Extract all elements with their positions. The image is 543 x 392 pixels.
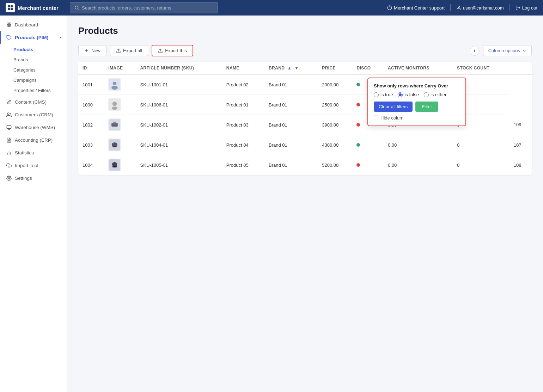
- info-button[interactable]: i: [470, 46, 480, 56]
- svg-point-34: [112, 102, 117, 106]
- export-this-button[interactable]: Export this: [152, 45, 193, 56]
- filter-radio-false[interactable]: [398, 92, 403, 97]
- cell-image: [104, 155, 136, 175]
- table-row[interactable]: 1004 SKU-1005-01 Product 05: [78, 155, 532, 175]
- sidebar-sub-menu: Products Brands Categories Campaigns Pro…: [0, 44, 67, 96]
- column-options-button[interactable]: Column options: [483, 45, 532, 56]
- sort-asc-icon: ▲: [287, 66, 292, 71]
- sidebar-item-settings[interactable]: Settings: [0, 172, 67, 184]
- filter-actions: Clear all filters Filter: [374, 102, 460, 112]
- svg-point-15: [7, 112, 9, 114]
- cell-image: [104, 115, 136, 135]
- filter-popup-title: Show only rows where Carry Over: [374, 83, 460, 88]
- brand-icon: [6, 3, 15, 12]
- cell-brand: Brand 01: [264, 74, 318, 95]
- sidebar-sub-item-campaigns[interactable]: Campaigns: [0, 75, 67, 85]
- sidebar-sub-item-brands[interactable]: Brands: [0, 55, 67, 65]
- cell-id: 1003: [78, 135, 104, 155]
- col-price: PRICE: [318, 62, 352, 74]
- sidebar-item-warehouse-wms[interactable]: Warehouse (WMS): [0, 121, 67, 134]
- status-dot-red: [356, 103, 360, 106]
- cell-id: 1001: [78, 74, 104, 95]
- cell-price: 5200,00: [318, 155, 352, 175]
- product-image: [108, 159, 121, 171]
- filter-button-label: Filter: [422, 104, 432, 109]
- svg-point-25: [8, 177, 10, 179]
- sidebar-sub-item-products[interactable]: Products: [0, 44, 67, 55]
- col-stock-count: STOCK COUNT: [453, 62, 510, 74]
- search-input[interactable]: [82, 5, 213, 11]
- sidebar-label-content: Content (CMS): [15, 99, 47, 105]
- brand-logo[interactable]: Merchant center: [6, 3, 66, 12]
- sidebar-label-statistics: Statistics: [15, 150, 34, 155]
- cell-image: [104, 74, 136, 95]
- user-account[interactable]: user@carismar.com: [456, 5, 504, 11]
- svg-point-31: [113, 82, 117, 85]
- sidebar-item-import-tool[interactable]: Import Tool: [0, 159, 67, 172]
- svg-rect-2: [8, 8, 10, 10]
- cell-id: 1002: [78, 115, 104, 135]
- sidebar-item-customers-crm[interactable]: Customers (CRM): [0, 108, 67, 121]
- export-all-button[interactable]: Export all: [110, 45, 148, 56]
- topnav-right: Merchant Center support user@carismar.co…: [387, 4, 537, 11]
- support-link[interactable]: Merchant Center support: [387, 5, 445, 11]
- new-button[interactable]: New: [78, 45, 106, 56]
- col-active-monitors: ACTIVE MONITORS: [384, 62, 453, 74]
- cell-stock-count: 109: [510, 115, 532, 135]
- cell-price: 2000,00: [318, 74, 352, 95]
- filter-option-either-label: is either: [431, 92, 447, 97]
- col-name: NAME: [222, 62, 264, 74]
- sidebar-item-products-pim[interactable]: Products (PIM) ›: [0, 31, 67, 44]
- warehouse-icon: [6, 124, 12, 130]
- cell-brand: Brand 01: [264, 155, 318, 175]
- svg-rect-44: [112, 166, 117, 167]
- brand-name: Merchant center: [18, 5, 59, 11]
- logout-label: Log out: [522, 5, 537, 11]
- product-image: [108, 98, 121, 111]
- svg-rect-12: [9, 25, 11, 26]
- sidebar-sub-item-properties[interactable]: Properties / Filters: [0, 85, 67, 96]
- hide-column-checkbox-label[interactable]: Hide colum: [374, 115, 460, 121]
- clear-filters-label: Clear all filters: [379, 104, 408, 109]
- col-id: ID: [78, 62, 104, 74]
- filter-button[interactable]: Filter: [415, 102, 438, 112]
- chevron-right-icon: ›: [60, 35, 61, 39]
- sidebar-item-dashboard[interactable]: Dashboard: [0, 18, 67, 31]
- cell-id: 1004: [78, 155, 104, 175]
- import-icon: [6, 162, 12, 169]
- product-image: [108, 118, 121, 131]
- table-row[interactable]: 1003 SKU-1004-01 Product 04: [78, 135, 532, 155]
- app-body: Dashboard Products (PIM) › Products Bran…: [0, 16, 543, 392]
- svg-rect-0: [8, 5, 10, 7]
- sidebar-label-customers: Customers (CRM): [15, 112, 53, 117]
- sidebar-item-statistics[interactable]: Statistics: [0, 146, 67, 159]
- users-icon: [6, 111, 12, 118]
- filter-option-false[interactable]: is false: [398, 92, 419, 97]
- filter-radio-either[interactable]: [424, 92, 429, 97]
- logout-button[interactable]: Log out: [515, 5, 537, 11]
- filter-icon[interactable]: ▼: [294, 66, 299, 71]
- sidebar: Dashboard Products (PIM) › Products Bran…: [0, 16, 67, 392]
- col-brand[interactable]: BRAND ▲ ▼: [264, 62, 318, 74]
- tag-icon: [6, 34, 12, 41]
- hide-column-checkbox[interactable]: [374, 116, 378, 120]
- filter-option-true[interactable]: is true: [374, 92, 393, 97]
- svg-rect-41: [113, 146, 117, 148]
- svg-point-32: [111, 86, 118, 90]
- sidebar-item-content-cms[interactable]: Content (CMS): [0, 96, 67, 108]
- grid-icon: [6, 22, 12, 28]
- sidebar-label-warehouse: Warehouse (WMS): [15, 125, 55, 130]
- hide-column-label: Hide colum: [380, 115, 403, 121]
- svg-point-43: [112, 162, 117, 166]
- sidebar-item-accounting-erp[interactable]: Accounting (ERP): [0, 134, 67, 146]
- sidebar-label-dashboard: Dashboard: [15, 22, 38, 27]
- clear-all-filters-button[interactable]: Clear all filters: [374, 102, 413, 112]
- status-dot-red: [356, 123, 360, 127]
- search-bar[interactable]: [70, 2, 218, 13]
- svg-point-4: [75, 6, 78, 9]
- accounting-icon: [6, 137, 12, 143]
- col-disco: DISCO: [352, 62, 384, 74]
- sidebar-sub-item-categories[interactable]: Categories: [0, 65, 67, 75]
- filter-option-either[interactable]: is either: [424, 92, 447, 97]
- filter-radio-true[interactable]: [374, 92, 379, 97]
